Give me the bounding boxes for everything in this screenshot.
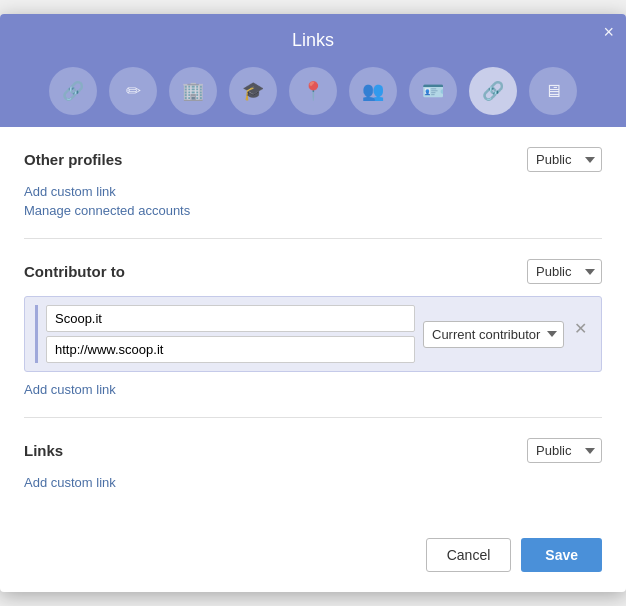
building-icon[interactable]: 🏢 xyxy=(169,67,217,115)
contributor-role-select[interactable]: Current contributor Past contributor xyxy=(423,321,564,348)
close-button[interactable]: × xyxy=(603,22,614,43)
contributor-entry: Current contributor Past contributor ✕ xyxy=(24,296,602,372)
remove-contributor-button[interactable]: ✕ xyxy=(570,321,591,337)
manage-connected-accounts-link[interactable]: Manage connected accounts xyxy=(24,203,602,218)
contributor-to-section: Contributor to Public Private Current co… xyxy=(24,239,602,418)
contributor-name-input[interactable] xyxy=(46,305,415,332)
links-header: Links Public Private xyxy=(24,438,602,463)
links-visibility-select[interactable]: Public Private xyxy=(527,438,602,463)
contributor-url-input[interactable] xyxy=(46,336,415,363)
other-profiles-visibility-select[interactable]: Public Private xyxy=(527,147,602,172)
links-dialog: × Links 🔗 ✏ 🏢 🎓 📍 👥 🪪 🔗 🖥 Other profiles… xyxy=(0,14,626,592)
add-custom-link-links[interactable]: Add custom link xyxy=(24,475,602,490)
contributor-right: Current contributor Past contributor ✕ xyxy=(423,321,591,348)
links-title: Links xyxy=(24,442,63,459)
edit-icon[interactable]: ✏ xyxy=(109,67,157,115)
other-profiles-header: Other profiles Public Private xyxy=(24,147,602,172)
screen-icon[interactable]: 🖥 xyxy=(529,67,577,115)
cancel-button[interactable]: Cancel xyxy=(426,538,512,572)
icon-row: 🔗 ✏ 🏢 🎓 📍 👥 🪪 🔗 🖥 xyxy=(49,67,577,115)
add-custom-link-other[interactable]: Add custom link xyxy=(24,184,602,199)
id-icon[interactable]: 🪪 xyxy=(409,67,457,115)
contributor-inputs xyxy=(35,305,415,363)
social-icon[interactable]: 👥 xyxy=(349,67,397,115)
dialog-title: Links xyxy=(292,30,334,51)
contributor-to-visibility-select[interactable]: Public Private xyxy=(527,259,602,284)
chain-icon[interactable]: 🔗 xyxy=(469,67,517,115)
contributor-to-title: Contributor to xyxy=(24,263,125,280)
link-icon[interactable]: 🔗 xyxy=(49,67,97,115)
add-custom-link-contributor[interactable]: Add custom link xyxy=(24,382,602,397)
other-profiles-section: Other profiles Public Private Add custom… xyxy=(24,127,602,239)
dialog-body: Other profiles Public Private Add custom… xyxy=(0,127,626,526)
location-icon[interactable]: 📍 xyxy=(289,67,337,115)
save-button[interactable]: Save xyxy=(521,538,602,572)
dialog-header: × Links 🔗 ✏ 🏢 🎓 📍 👥 🪪 🔗 🖥 xyxy=(0,14,626,127)
other-profiles-title: Other profiles xyxy=(24,151,122,168)
graduation-icon[interactable]: 🎓 xyxy=(229,67,277,115)
contributor-to-header: Contributor to Public Private xyxy=(24,259,602,284)
links-section: Links Public Private Add custom link xyxy=(24,418,602,510)
dialog-footer: Cancel Save xyxy=(0,526,626,592)
